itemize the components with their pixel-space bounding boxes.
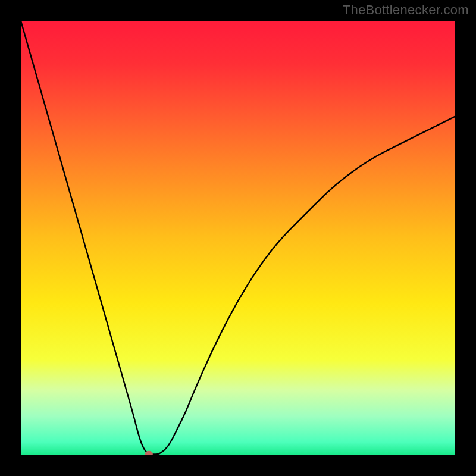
plot-area xyxy=(21,21,455,455)
chart-svg xyxy=(21,21,455,455)
chart-background xyxy=(21,21,455,455)
watermark-text: TheBottlenecker.com xyxy=(343,2,469,18)
chart-container: TheBottlenecker.com xyxy=(0,0,476,476)
